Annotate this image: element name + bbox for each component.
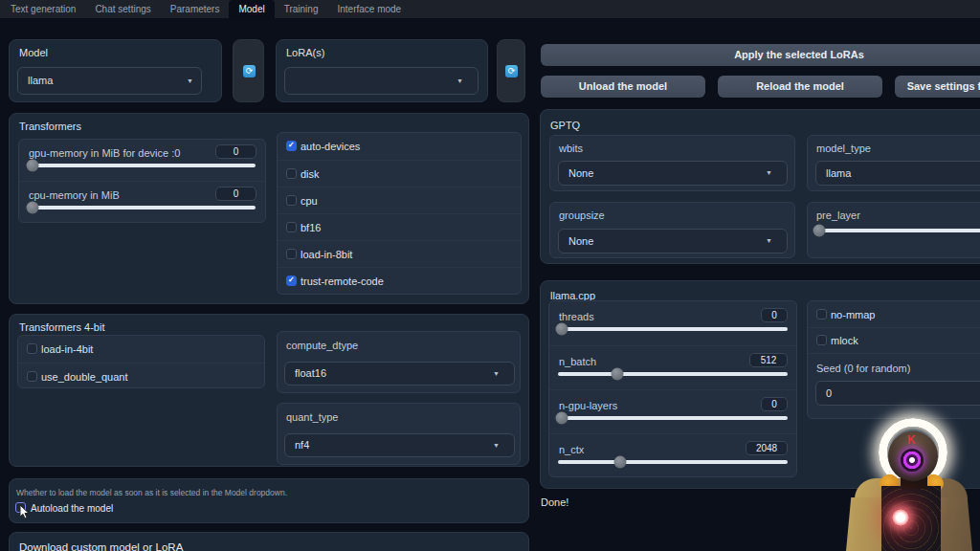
save-settings-button[interactable]: Save settings for this model xyxy=(895,76,980,98)
transformers-checkbox-box: auto-devices disk cpu bf16 load-in-8bit … xyxy=(277,132,522,295)
model-type-box: model_type llama xyxy=(807,135,980,191)
avatar-chest xyxy=(881,486,941,551)
model-dropdown[interactable]: llama ▼ xyxy=(17,67,202,95)
threads-row: threads 0 xyxy=(549,301,796,345)
groupsize-value: None xyxy=(568,235,593,247)
bf16-checkbox[interactable] xyxy=(286,222,297,232)
checkbox-row-load-in-4bit[interactable]: load-in-4bit xyxy=(18,336,264,363)
tab-text-generation[interactable]: Text generation xyxy=(1,0,85,18)
n-ctx-input[interactable]: 2048 xyxy=(746,441,788,455)
lora-dropdown[interactable]: ▼ xyxy=(284,67,479,95)
n-ctx-label: n_ctx xyxy=(559,444,584,455)
model-label: Model xyxy=(19,47,48,58)
chevron-down-icon: ▼ xyxy=(766,162,772,185)
threads-input[interactable]: 0 xyxy=(761,308,788,322)
tab-interface-mode[interactable]: Interface mode xyxy=(327,0,411,18)
groupsize-dropdown[interactable]: None ▼ xyxy=(558,229,788,253)
mlock-checkbox[interactable] xyxy=(816,335,827,345)
lora-panel: LoRA(s) ▼ xyxy=(276,39,488,102)
threads-slider[interactable] xyxy=(558,327,788,331)
cpu-memory-slider[interactable] xyxy=(29,206,256,209)
compute-dtype-box: compute_dtype float16 ▼ xyxy=(277,331,521,393)
pre-layer-slider[interactable] xyxy=(815,229,980,232)
checkbox-row-disk[interactable]: disk xyxy=(278,160,521,187)
tab-chat-settings[interactable]: Chat settings xyxy=(85,0,160,18)
groupsize-label: groupsize xyxy=(559,209,605,221)
compute-dtype-label: compute_dtype xyxy=(286,340,358,351)
wbits-dropdown[interactable]: None ▼ xyxy=(558,161,788,186)
lora-refresh-button[interactable]: ⟳ xyxy=(497,39,525,102)
disk-label: disk xyxy=(301,168,320,180)
bf16-label: bf16 xyxy=(301,222,321,233)
no-mmap-checkbox[interactable] xyxy=(816,309,827,320)
unload-model-button[interactable]: Unload the model xyxy=(541,76,705,98)
tab-training[interactable]: Training xyxy=(275,0,328,18)
use-double-quant-checkbox[interactable] xyxy=(27,371,37,382)
trust-remote-code-label: trust-remote-code xyxy=(301,276,384,287)
wbits-label: wbits xyxy=(559,143,583,154)
n-gpu-layers-slider[interactable] xyxy=(558,416,788,420)
status-text: Done! xyxy=(541,496,568,508)
checkbox-row-load-in-8bit[interactable]: load-in-8bit xyxy=(278,240,521,267)
cpu-checkbox[interactable] xyxy=(286,195,297,206)
quant-type-box: quant_type nf4 ▼ xyxy=(277,403,521,465)
chevron-down-icon: ▼ xyxy=(766,230,772,253)
checkbox-row-mlock[interactable]: mlock xyxy=(808,327,980,353)
groupsize-box: groupsize None ▼ xyxy=(549,202,795,258)
model-dropdown-value: llama xyxy=(28,75,53,86)
lora-label: LoRA(s) xyxy=(286,47,324,58)
gpu-memory-input[interactable]: 0 xyxy=(215,144,256,159)
load-in-8bit-checkbox[interactable] xyxy=(286,249,297,259)
refresh-icon: ⟳ xyxy=(505,65,518,77)
reload-model-button[interactable]: Reload the model xyxy=(718,76,882,98)
seed-value: 0 xyxy=(826,387,832,399)
disk-checkbox[interactable] xyxy=(286,168,297,179)
compute-dtype-value: float16 xyxy=(295,367,326,379)
n-batch-row: n_batch 512 xyxy=(549,345,796,389)
download-panel: Download custom model or LoRA xyxy=(9,532,529,551)
tab-parameters[interactable]: Parameters xyxy=(161,0,230,18)
model-refresh-button[interactable]: ⟳ xyxy=(233,39,264,102)
memory-sliders-box: gpu-memory in MiB for device :0 0 cpu-me… xyxy=(18,139,266,223)
checkbox-row-no-mmap[interactable]: no-mmap xyxy=(808,301,980,327)
4bit-checkbox-box: load-in-4bit use_double_quant xyxy=(17,335,265,388)
model-type-dropdown[interactable]: llama xyxy=(815,161,980,186)
auto-devices-checkbox[interactable] xyxy=(286,141,297,151)
n-batch-input[interactable]: 512 xyxy=(749,353,788,367)
apply-loras-button[interactable]: Apply the selected LoRAs xyxy=(541,44,980,66)
load-in-4bit-checkbox[interactable] xyxy=(27,343,37,354)
chevron-down-icon: ▼ xyxy=(493,363,500,385)
refresh-icon: ⟳ xyxy=(243,65,256,77)
seed-input[interactable]: 0 xyxy=(815,381,980,406)
llamacpp-sliders-box: threads 0 n_batch 512 n-gpu-layers 0 n_c… xyxy=(548,300,797,477)
gpu-memory-row: gpu-memory in MiB for device :0 0 xyxy=(19,140,265,181)
checkbox-row-bf16[interactable]: bf16 xyxy=(278,213,521,240)
cpu-memory-input[interactable]: 0 xyxy=(215,187,256,201)
model-type-label: model_type xyxy=(816,143,871,154)
gptq-title: GPTQ xyxy=(550,120,580,131)
pre-layer-label: pre_layer xyxy=(816,209,860,221)
chevron-down-icon: ▼ xyxy=(457,68,463,94)
pre-layer-box: pre_layer xyxy=(807,202,980,258)
n-gpu-layers-label: n-gpu-layers xyxy=(559,400,617,411)
checkbox-row-cpu[interactable]: cpu xyxy=(278,187,521,213)
autoload-label: Autoload the model xyxy=(31,503,113,514)
compute-dtype-dropdown[interactable]: float16 ▼ xyxy=(284,362,515,386)
download-title: Download custom model or LoRA xyxy=(19,541,183,551)
trust-remote-code-checkbox[interactable] xyxy=(286,276,297,286)
checkbox-row-auto-devices[interactable]: auto-devices xyxy=(278,133,521,160)
gpu-memory-slider[interactable] xyxy=(29,164,256,167)
n-ctx-slider[interactable] xyxy=(558,460,788,464)
tab-model[interactable]: Model xyxy=(229,0,274,21)
checkbox-row-trust-remote-code[interactable]: trust-remote-code xyxy=(278,267,521,294)
load-in-8bit-label: load-in-8bit xyxy=(301,249,352,260)
checkbox-row-use-double-quant[interactable]: use_double_quant xyxy=(18,363,264,389)
avatar-chest-orb xyxy=(892,509,909,526)
gpu-memory-label: gpu-memory in MiB for device :0 xyxy=(29,147,180,159)
quant-type-dropdown[interactable]: nf4 ▼ xyxy=(284,433,515,457)
llamacpp-options-box: no-mmap mlock Seed (0 for random) 0 xyxy=(807,300,980,419)
model-type-value: llama xyxy=(826,167,851,179)
n-batch-slider[interactable] xyxy=(558,372,788,376)
cpu-memory-label: cpu-memory in MiB xyxy=(29,189,120,201)
n-gpu-layers-input[interactable]: 0 xyxy=(761,397,788,411)
